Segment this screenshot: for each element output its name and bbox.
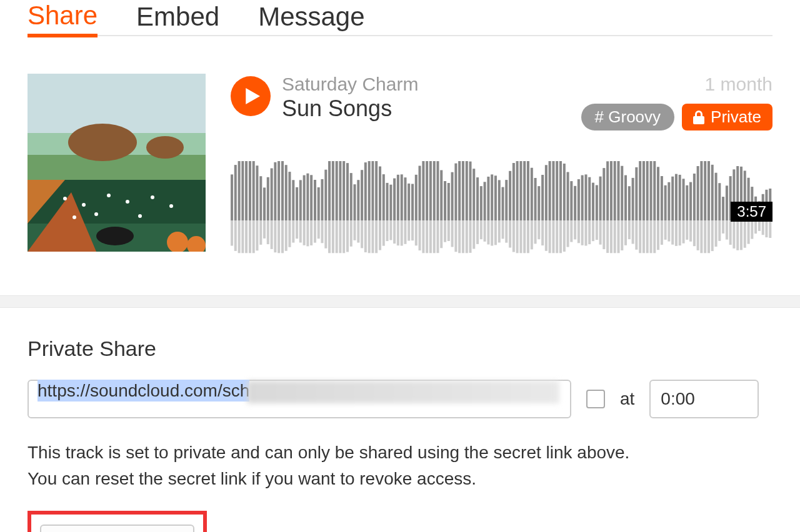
svg-rect-262 (664, 185, 667, 220)
svg-point-15 (94, 212, 98, 216)
svg-rect-131 (426, 220, 428, 253)
artist-name[interactable]: Saturday Charm (282, 74, 581, 94)
svg-rect-319 (765, 220, 768, 237)
svg-rect-89 (350, 220, 352, 247)
svg-point-10 (82, 203, 86, 207)
svg-rect-99 (368, 220, 371, 253)
secret-link-input[interactable]: https://soundcloud.com/sch (28, 380, 571, 418)
svg-rect-227 (599, 220, 602, 245)
svg-rect-221 (588, 220, 591, 244)
svg-rect-35 (252, 220, 255, 253)
svg-rect-217 (581, 220, 584, 245)
svg-rect-317 (762, 220, 764, 235)
svg-rect-228 (602, 168, 605, 220)
svg-rect-113 (393, 220, 396, 244)
svg-rect-132 (429, 161, 432, 220)
svg-rect-160 (480, 186, 482, 220)
svg-rect-270 (679, 175, 681, 220)
tab-message[interactable]: Message (258, 4, 364, 36)
svg-rect-71 (318, 220, 320, 239)
svg-rect-137 (436, 220, 439, 253)
svg-rect-58 (296, 187, 298, 220)
svg-rect-203 (556, 220, 558, 253)
track-title[interactable]: Sun Songs (282, 96, 581, 122)
svg-rect-175 (505, 220, 508, 243)
svg-rect-311 (751, 220, 753, 239)
svg-rect-157 (472, 220, 475, 249)
svg-rect-245 (632, 220, 634, 244)
svg-rect-242 (628, 186, 631, 220)
reset-secret-link-button[interactable]: Reset secret link (40, 525, 194, 532)
svg-rect-65 (306, 220, 309, 246)
svg-rect-70 (318, 187, 320, 220)
svg-rect-130 (426, 161, 428, 220)
svg-rect-210 (570, 181, 572, 220)
svg-rect-121 (408, 220, 410, 241)
svg-rect-309 (748, 220, 750, 244)
svg-rect-171 (498, 220, 501, 243)
svg-rect-150 (462, 161, 464, 220)
start-at-label: at (620, 389, 634, 409)
private-share-help: This track is set to private and can onl… (28, 440, 772, 492)
svg-rect-301 (732, 220, 735, 249)
svg-rect-61 (299, 220, 302, 243)
svg-rect-212 (574, 186, 576, 220)
svg-rect-165 (487, 220, 489, 245)
svg-rect-44 (271, 169, 273, 221)
svg-rect-199 (549, 220, 551, 253)
track-tag[interactable]: # Groovy (581, 104, 675, 131)
svg-rect-75 (324, 220, 327, 249)
svg-rect-80 (336, 161, 338, 220)
section-divider (0, 295, 800, 308)
tab-share[interactable]: Share (28, 2, 98, 37)
start-at-time-input[interactable] (649, 380, 759, 418)
svg-rect-307 (744, 220, 746, 248)
track-time-ago: 1 month (581, 74, 772, 95)
svg-rect-229 (602, 220, 605, 249)
svg-rect-101 (371, 220, 374, 253)
svg-rect-152 (466, 161, 468, 220)
svg-rect-129 (422, 220, 424, 253)
svg-point-14 (169, 204, 173, 208)
play-button[interactable] (231, 76, 271, 116)
svg-rect-37 (256, 220, 258, 250)
start-at-checkbox[interactable] (586, 390, 605, 408)
svg-rect-161 (480, 220, 482, 239)
svg-rect-180 (516, 161, 519, 220)
svg-rect-321 (769, 220, 771, 238)
svg-rect-261 (661, 220, 663, 245)
svg-rect-169 (494, 220, 497, 245)
svg-rect-219 (584, 220, 587, 246)
svg-rect-293 (718, 220, 721, 241)
svg-rect-73 (321, 220, 323, 243)
track-preview: Saturday Charm Sun Songs 1 month # Groov… (28, 36, 772, 283)
svg-rect-197 (545, 220, 548, 251)
svg-rect-51 (281, 220, 284, 253)
svg-rect-86 (346, 163, 349, 220)
svg-rect-194 (541, 175, 544, 220)
waveform[interactable]: 3:57 (231, 158, 772, 258)
svg-rect-182 (519, 161, 522, 220)
svg-point-18 (96, 227, 134, 245)
svg-rect-282 (700, 161, 702, 220)
svg-rect-178 (512, 163, 515, 220)
svg-rect-84 (342, 161, 345, 220)
svg-rect-133 (429, 220, 432, 253)
svg-rect-168 (494, 175, 497, 220)
svg-rect-238 (621, 166, 623, 220)
svg-rect-91 (353, 220, 356, 240)
svg-rect-25 (234, 220, 237, 251)
svg-rect-123 (411, 220, 414, 240)
svg-rect-289 (711, 220, 714, 251)
svg-rect-225 (596, 220, 598, 240)
svg-rect-64 (306, 174, 309, 220)
svg-rect-102 (375, 161, 378, 220)
svg-rect-274 (686, 185, 688, 220)
svg-rect-205 (559, 220, 562, 253)
tab-embed[interactable]: Embed (136, 4, 219, 36)
svg-rect-43 (267, 220, 269, 244)
svg-rect-191 (534, 220, 537, 244)
play-icon (244, 88, 260, 104)
svg-rect-151 (462, 220, 464, 253)
track-artwork[interactable] (28, 74, 206, 252)
